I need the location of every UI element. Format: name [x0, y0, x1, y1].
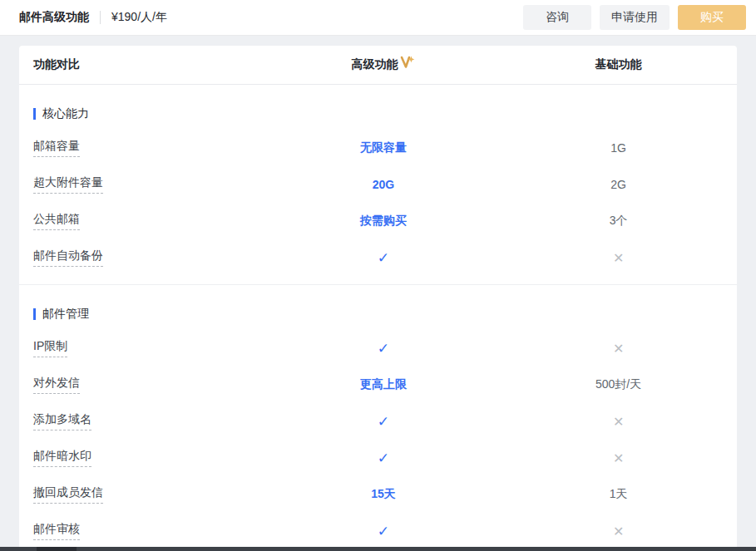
- table-row: 超大附件容量20G2G: [19, 166, 737, 203]
- basic-cell: 3个: [500, 214, 737, 229]
- feature-name[interactable]: 邮件审核: [33, 522, 80, 540]
- table-row: 邮件审核✓✕: [19, 513, 737, 549]
- table-row: 邮件暗水印✓✕: [19, 440, 737, 476]
- column-header-premium-wrap: 高级功能: [267, 57, 500, 72]
- table-row: 对外发信更高上限500封/天: [19, 367, 737, 403]
- basic-cell: ✕: [500, 524, 737, 539]
- feature-section: 核心能力邮箱容量无限容量1G超大附件容量20G2G公共邮箱按需购买3个邮件自动备…: [19, 85, 737, 284]
- table-row: 撤回成员发信15天1天: [19, 476, 737, 513]
- cross-icon: ✕: [613, 342, 624, 356]
- section-title-text: 邮件管理: [42, 307, 89, 322]
- table-row: IP限制✓✕: [19, 330, 737, 367]
- feature-cell: 公共邮箱: [19, 212, 267, 230]
- topbar-actions: 咨询申请使用购买: [523, 5, 746, 30]
- feature-name[interactable]: 添加多域名: [33, 412, 91, 430]
- table-header-row: 功能对比 高级功能 基础功能: [19, 46, 737, 85]
- basic-cell: ✕: [500, 341, 737, 357]
- cross-icon: ✕: [613, 415, 624, 429]
- premium-cell: ✓: [267, 413, 500, 430]
- basic-cell: 500封/天: [500, 377, 737, 392]
- email-premium-feature-page: 邮件高级功能 ¥190/人/年 咨询申请使用购买 功能对比 高级功能 基础功能 …: [0, 0, 756, 551]
- premium-cell: ✓: [267, 450, 500, 467]
- scrollbar-thumb[interactable]: [37, 547, 77, 551]
- premium-value: 无限容量: [360, 140, 407, 154]
- cross-icon: ✕: [613, 451, 624, 465]
- consult-button[interactable]: 咨询: [523, 5, 591, 30]
- basic-value: 500封/天: [595, 377, 641, 391]
- feature-name[interactable]: 邮件暗水印: [33, 449, 91, 467]
- table-row: 邮箱容量无限容量1G: [19, 130, 737, 166]
- premium-value: 20G: [373, 178, 394, 191]
- feature-cell: 撤回成员发信: [19, 485, 267, 504]
- price-label: ¥190/人/年: [111, 10, 167, 25]
- premium-cell: 按需购买: [267, 214, 500, 229]
- feature-cell: 邮件审核: [19, 522, 267, 540]
- premium-cell: ✓: [267, 340, 500, 357]
- gold-sparkle-v-icon: [400, 56, 415, 69]
- basic-value: 3个: [610, 214, 628, 227]
- table-row: 邮件自动备份✓✕: [19, 239, 737, 276]
- premium-value: 更高上限: [360, 377, 407, 391]
- check-icon: ✓: [378, 250, 389, 266]
- premium-cell: 20G: [267, 178, 500, 191]
- feature-cell: 邮箱容量: [19, 139, 267, 157]
- feature-name[interactable]: IP限制: [33, 339, 67, 357]
- horizontal-scrollbar[interactable]: [0, 547, 756, 551]
- feature-name[interactable]: 对外发信: [33, 376, 80, 394]
- column-header-basic: 基础功能: [500, 57, 737, 72]
- feature-name[interactable]: 邮件自动备份: [33, 248, 103, 267]
- premium-cell: 15天: [267, 487, 500, 502]
- basic-cell: 1G: [500, 141, 737, 155]
- premium-value: 按需购买: [360, 214, 407, 227]
- feature-cell: IP限制: [19, 339, 267, 357]
- basic-value: 2G: [610, 178, 626, 191]
- section-accent-bar: [33, 108, 36, 120]
- section-title: 邮件管理: [19, 285, 737, 330]
- premium-cell: ✓: [267, 249, 500, 267]
- premium-value: 15天: [371, 487, 396, 500]
- basic-cell: ✕: [500, 450, 737, 466]
- title-price-divider: [100, 11, 101, 24]
- premium-cell: 无限容量: [267, 140, 500, 155]
- table-body: 核心能力邮箱容量无限容量1G超大附件容量20G2G公共邮箱按需购买3个邮件自动备…: [19, 85, 737, 551]
- feature-cell: 对外发信: [19, 376, 267, 394]
- feature-cell: 超大附件容量: [19, 175, 267, 194]
- column-header-feature: 功能对比: [19, 57, 267, 72]
- table-row: 公共邮箱按需购买3个: [19, 203, 737, 239]
- feature-name[interactable]: 超大附件容量: [33, 175, 103, 194]
- feature-cell: 添加多域名: [19, 412, 267, 430]
- section-title-text: 核心能力: [42, 106, 89, 121]
- feature-section: 邮件管理IP限制✓✕对外发信更高上限500封/天添加多域名✓✕邮件暗水印✓✕撤回…: [19, 284, 737, 551]
- basic-value: 1天: [610, 487, 628, 500]
- cross-icon: ✕: [613, 251, 624, 265]
- section-title: 核心能力: [19, 85, 737, 130]
- premium-cell: 更高上限: [267, 377, 500, 392]
- feature-name[interactable]: 邮箱容量: [33, 139, 80, 157]
- topbar: 邮件高级功能 ¥190/人/年 咨询申请使用购买: [0, 0, 756, 36]
- feature-name[interactable]: 撤回成员发信: [33, 485, 103, 504]
- check-icon: ✓: [378, 341, 389, 357]
- page-title: 邮件高级功能: [19, 10, 89, 25]
- section-accent-bar: [33, 308, 36, 320]
- basic-cell: ✕: [500, 250, 737, 266]
- column-header-premium: 高级功能: [351, 57, 398, 72]
- basic-cell: 2G: [500, 178, 737, 191]
- table-row: 添加多域名✓✕: [19, 403, 737, 440]
- check-icon: ✓: [378, 414, 389, 430]
- feature-cell: 邮件自动备份: [19, 248, 267, 267]
- basic-cell: ✕: [500, 414, 737, 430]
- feature-cell: 邮件暗水印: [19, 449, 267, 467]
- feature-comparison-card: 功能对比 高级功能 基础功能 核心能力邮箱容量无限容量1G超大附件容量20G2G…: [19, 46, 737, 551]
- check-icon: ✓: [378, 524, 389, 539]
- basic-value: 1G: [610, 141, 626, 155]
- basic-cell: 1天: [500, 487, 737, 502]
- feature-name[interactable]: 公共邮箱: [33, 212, 80, 230]
- check-icon: ✓: [378, 450, 389, 466]
- buy-button[interactable]: 购买: [678, 5, 746, 30]
- premium-cell: ✓: [267, 523, 500, 540]
- apply-button[interactable]: 申请使用: [600, 5, 670, 30]
- cross-icon: ✕: [613, 524, 624, 539]
